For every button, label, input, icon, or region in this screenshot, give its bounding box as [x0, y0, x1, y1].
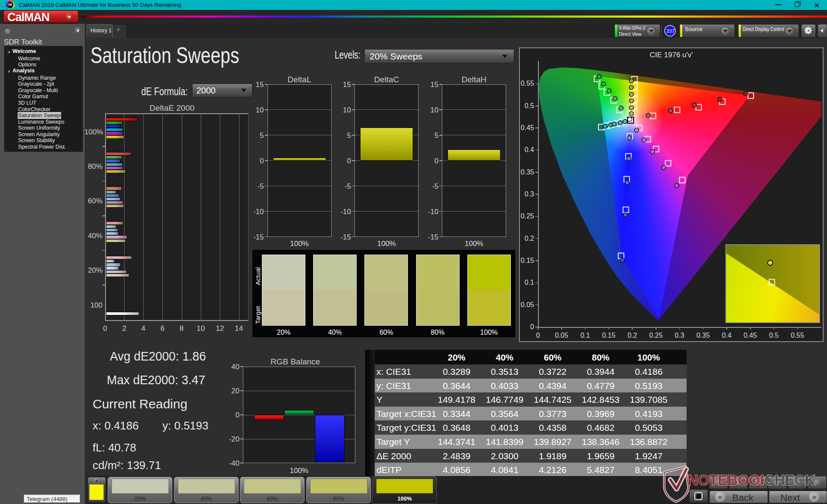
svg-text:CHECK: CHECK [764, 472, 815, 488]
svg-text:NOTEBOOK: NOTEBOOK [687, 472, 771, 488]
